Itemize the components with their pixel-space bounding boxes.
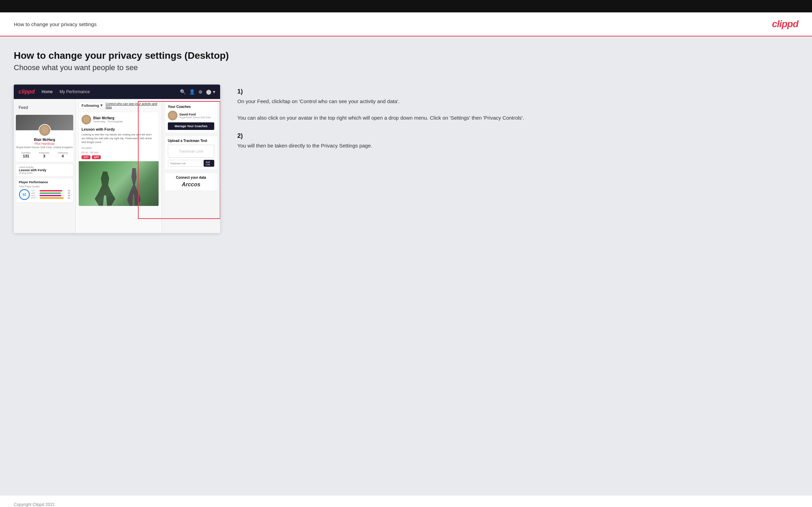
compass-icon[interactable]: ⊕	[198, 89, 203, 95]
header: How to change your privacy settings clip…	[0, 12, 812, 36]
profile-card: Blair McHarg Plus Handicap Royal North D…	[16, 115, 73, 162]
player-performance: Player Performance Total Player Quality …	[16, 178, 73, 202]
instruction-2: 2) You will then be taken directly to th…	[237, 132, 798, 150]
profile-banner	[16, 115, 73, 130]
post-description: Looking to feel like my hands are exitin…	[79, 133, 159, 146]
profile-avatar	[39, 124, 51, 136]
coaches-section: Your Coaches David Ford Royal North Devo…	[165, 102, 217, 133]
trackman-placeholder: Trackman Link	[168, 145, 214, 158]
stat-activities: Activities 131	[21, 152, 31, 158]
content-row: clippd Home My Performance 🔍 👤 ⊕ ⬤ ▾ Fee…	[14, 85, 798, 233]
top-bar	[0, 0, 812, 12]
coach-avatar	[168, 111, 177, 120]
post-image	[79, 161, 159, 206]
app-sidebar: Feed Blair McHarg Plus Handicap Royal No…	[14, 99, 76, 233]
profile-name: Blair McHarg	[16, 138, 73, 142]
coach-club: Royal North Devon Golf Club	[180, 116, 210, 119]
avatar-image	[39, 125, 50, 136]
bar-arg: ARG 86	[31, 195, 70, 197]
instruction-1-text: On your Feed, click/tap on 'Control who …	[237, 97, 798, 122]
nav-icons: 🔍 👤 ⊕ ⬤ ▾	[180, 89, 215, 95]
instructions: 1) On your Feed, click/tap on 'Control w…	[230, 85, 798, 160]
nav-home[interactable]: Home	[42, 89, 53, 94]
post-duration-value: 01 hr : 30 min	[79, 151, 159, 155]
post-tags: OTT APP	[79, 155, 159, 161]
page-title: How to change your privacy settings (Des…	[14, 50, 798, 61]
post-avatar	[82, 115, 91, 124]
bar-app: APP 85	[31, 192, 70, 194]
app-nav: clippd Home My Performance 🔍 👤 ⊕ ⬤ ▾	[14, 85, 220, 99]
golfer-silhouette-2	[126, 168, 143, 206]
main-content: How to change your privacy settings (Des…	[0, 36, 812, 495]
connect-data-section: Connect your data Arccos	[165, 173, 217, 191]
trackman-title: Upload a Trackman Test	[168, 139, 214, 143]
connect-title: Connect your data	[168, 176, 214, 179]
quality-row: 92 OTT 90 APP 85	[19, 189, 70, 200]
post-header: Blair McHarg Yesterday · Sunningdale	[79, 112, 159, 127]
trackman-link-input[interactable]	[168, 160, 202, 167]
following-button[interactable]: Following ▾	[78, 102, 106, 109]
quality-score: 92	[19, 189, 30, 200]
latest-activity: Latest Activity Lesson with Fordy 03 Aug…	[16, 164, 73, 177]
person-icon[interactable]: 👤	[189, 89, 195, 95]
feed-tab[interactable]: Feed	[14, 102, 75, 113]
profile-club: Royal North Devon Golf Club, United King…	[16, 146, 73, 149]
instruction-1: 1) On your Feed, click/tap on 'Control w…	[237, 88, 798, 122]
app-right-panel: Your Coaches David Ford Royal North Devo…	[162, 99, 220, 233]
bar-ott: OTT 90	[31, 190, 70, 192]
app-logo: clippd	[19, 89, 35, 95]
instruction-2-number: 2)	[237, 132, 798, 140]
search-icon[interactable]: 🔍	[180, 89, 186, 95]
coach-name: David Ford	[180, 113, 210, 116]
trackman-input-row: Add Link	[168, 160, 214, 167]
add-link-button[interactable]: Add Link	[204, 160, 214, 167]
golfer-silhouette-1	[95, 172, 115, 206]
following-bar: Following ▾ Control who can see your act…	[78, 102, 159, 109]
arccos-brand: Arccos	[168, 181, 214, 188]
post-card: Blair McHarg Yesterday · Sunningdale Les…	[78, 112, 159, 206]
post-title: Lesson with Fordy	[79, 127, 159, 133]
tag-ott: OTT	[82, 155, 90, 159]
instruction-1-number: 1)	[237, 88, 798, 95]
stat-followers: Followers 3	[39, 152, 50, 158]
tag-app: APP	[92, 155, 101, 159]
trackman-section: Upload a Trackman Test Trackman Link Add…	[165, 136, 217, 170]
post-duration: Duration	[79, 146, 159, 151]
app-mockup: clippd Home My Performance 🔍 👤 ⊕ ⬤ ▾ Fee…	[14, 85, 220, 233]
coach-item: David Ford Royal North Devon Golf Club	[168, 111, 214, 120]
header-title: How to change your privacy settings	[14, 21, 97, 27]
app-body: Feed Blair McHarg Plus Handicap Royal No…	[14, 99, 220, 233]
bar-putt: PUTT 96	[31, 197, 70, 199]
nav-my-performance[interactable]: My Performance	[59, 89, 90, 94]
footer-copyright: Copyright Clippd 2022	[14, 502, 55, 507]
clippd-logo: clippd	[772, 19, 798, 30]
app-feed: Following ▾ Control who can see your act…	[76, 99, 162, 233]
avatar-icon[interactable]: ⬤ ▾	[206, 89, 215, 95]
footer: Copyright Clippd 2022	[0, 495, 812, 507]
instruction-2-text: You will then be taken directly to the P…	[237, 142, 798, 150]
control-privacy-link[interactable]: Control who can see your activity and da…	[106, 102, 159, 109]
stat-following: Following 4	[57, 152, 68, 158]
profile-handicap: Plus Handicap	[16, 142, 73, 145]
quality-bars: OTT 90 APP 85 ARG	[31, 190, 70, 199]
coaches-title: Your Coaches	[168, 105, 214, 109]
manage-coaches-button[interactable]: Manage Your Coaches	[168, 122, 214, 130]
page-subtitle: Choose what you want people to see	[14, 63, 798, 72]
profile-stats: Activities 131 Followers 3 Following 4	[16, 152, 73, 158]
